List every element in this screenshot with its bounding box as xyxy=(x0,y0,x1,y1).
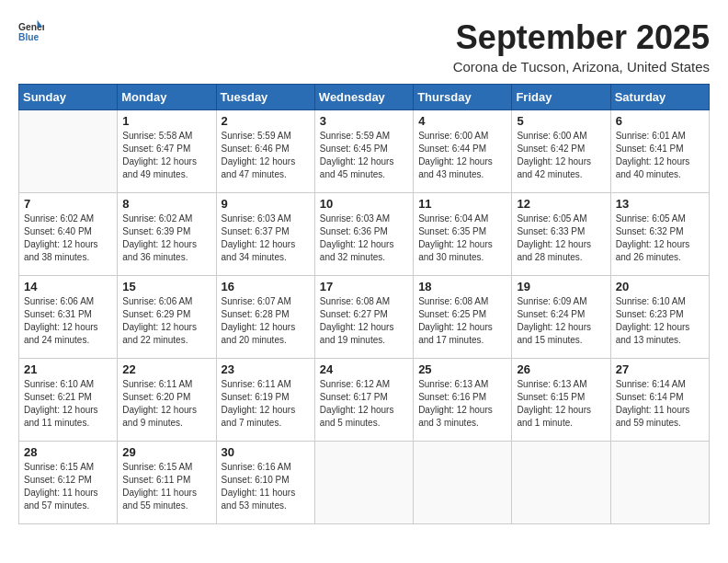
day-number: 10 xyxy=(320,197,408,211)
day-number: 16 xyxy=(222,280,310,293)
calendar-cell: 3Sunrise: 5:59 AM Sunset: 6:45 PM Daylig… xyxy=(314,110,413,193)
cell-info: Sunrise: 6:03 AM Sunset: 6:36 PM Dayligh… xyxy=(320,213,408,264)
cell-info: Sunrise: 6:04 AM Sunset: 6:35 PM Dayligh… xyxy=(418,213,506,264)
day-number: 26 xyxy=(517,362,605,376)
calendar-cell xyxy=(512,442,610,524)
calendar-cell: 11Sunrise: 6:04 AM Sunset: 6:35 PM Dayli… xyxy=(414,193,512,276)
calendar-cell: 2Sunrise: 5:59 AM Sunset: 6:46 PM Daylig… xyxy=(216,110,314,193)
calendar-cell: 15Sunrise: 6:06 AM Sunset: 6:29 PM Dayli… xyxy=(118,276,216,359)
week-row-1: 1Sunrise: 5:58 AM Sunset: 6:47 PM Daylig… xyxy=(19,110,710,193)
location: Corona de Tucson, Arizona, United States xyxy=(453,59,710,75)
day-number: 29 xyxy=(122,445,210,459)
calendar-cell xyxy=(19,110,118,193)
week-row-3: 14Sunrise: 6:06 AM Sunset: 6:31 PM Dayli… xyxy=(19,276,710,359)
calendar-cell: 30Sunrise: 6:16 AM Sunset: 6:10 PM Dayli… xyxy=(216,442,314,524)
day-number: 21 xyxy=(24,362,112,376)
cell-info: Sunrise: 6:08 AM Sunset: 6:25 PM Dayligh… xyxy=(418,295,506,347)
day-number: 23 xyxy=(222,362,310,376)
week-row-2: 7Sunrise: 6:02 AM Sunset: 6:40 PM Daylig… xyxy=(19,193,710,276)
cell-info: Sunrise: 6:01 AM Sunset: 6:41 PM Dayligh… xyxy=(616,130,704,181)
calendar-cell: 23Sunrise: 6:11 AM Sunset: 6:19 PM Dayli… xyxy=(216,359,314,442)
calendar-cell: 21Sunrise: 6:10 AM Sunset: 6:21 PM Dayli… xyxy=(19,359,118,442)
calendar-cell: 14Sunrise: 6:06 AM Sunset: 6:31 PM Dayli… xyxy=(19,276,118,359)
day-number: 30 xyxy=(222,445,310,459)
day-number: 4 xyxy=(418,114,506,128)
cell-info: Sunrise: 5:59 AM Sunset: 6:45 PM Dayligh… xyxy=(320,130,408,181)
cell-info: Sunrise: 6:05 AM Sunset: 6:33 PM Dayligh… xyxy=(517,213,605,264)
calendar-cell: 5Sunrise: 6:00 AM Sunset: 6:42 PM Daylig… xyxy=(512,110,610,193)
cell-info: Sunrise: 6:11 AM Sunset: 6:19 PM Dayligh… xyxy=(222,378,310,430)
cell-info: Sunrise: 6:15 AM Sunset: 6:12 PM Dayligh… xyxy=(24,461,112,512)
calendar-cell: 20Sunrise: 6:10 AM Sunset: 6:23 PM Dayli… xyxy=(610,276,709,359)
cell-info: Sunrise: 6:02 AM Sunset: 6:39 PM Dayligh… xyxy=(122,213,210,264)
calendar-cell: 7Sunrise: 6:02 AM Sunset: 6:40 PM Daylig… xyxy=(19,193,118,276)
week-row-4: 21Sunrise: 6:10 AM Sunset: 6:21 PM Dayli… xyxy=(19,359,710,442)
cell-info: Sunrise: 6:00 AM Sunset: 6:42 PM Dayligh… xyxy=(517,130,605,181)
day-header-friday: Friday xyxy=(512,85,610,110)
day-header-monday: Monday xyxy=(118,85,216,110)
cell-info: Sunrise: 6:11 AM Sunset: 6:20 PM Dayligh… xyxy=(122,378,210,430)
day-number: 25 xyxy=(418,362,506,376)
logo: General Blue xyxy=(18,18,44,44)
calendar-cell: 1Sunrise: 5:58 AM Sunset: 6:47 PM Daylig… xyxy=(118,110,216,193)
month-title: September 2025 xyxy=(453,18,710,57)
week-row-5: 28Sunrise: 6:15 AM Sunset: 6:12 PM Dayli… xyxy=(19,442,710,524)
calendar-cell: 19Sunrise: 6:09 AM Sunset: 6:24 PM Dayli… xyxy=(512,276,610,359)
day-number: 14 xyxy=(24,280,112,293)
calendar-cell xyxy=(314,442,413,524)
day-number: 11 xyxy=(418,197,506,211)
cell-info: Sunrise: 6:06 AM Sunset: 6:31 PM Dayligh… xyxy=(24,295,112,347)
cell-info: Sunrise: 6:13 AM Sunset: 6:15 PM Dayligh… xyxy=(517,378,605,430)
day-number: 20 xyxy=(616,280,704,293)
calendar-cell: 17Sunrise: 6:08 AM Sunset: 6:27 PM Dayli… xyxy=(314,276,413,359)
day-header-thursday: Thursday xyxy=(414,85,512,110)
calendar-cell xyxy=(414,442,512,524)
day-header-sunday: Sunday xyxy=(19,85,118,110)
cell-info: Sunrise: 6:14 AM Sunset: 6:14 PM Dayligh… xyxy=(616,378,704,430)
page-header: General Blue September 2025 Corona de Tu… xyxy=(18,18,710,75)
calendar-cell: 28Sunrise: 6:15 AM Sunset: 6:12 PM Dayli… xyxy=(19,442,118,524)
cell-info: Sunrise: 6:16 AM Sunset: 6:10 PM Dayligh… xyxy=(222,461,310,512)
cell-info: Sunrise: 6:12 AM Sunset: 6:17 PM Dayligh… xyxy=(320,378,408,430)
svg-text:General: General xyxy=(18,22,44,32)
cell-info: Sunrise: 6:05 AM Sunset: 6:32 PM Dayligh… xyxy=(616,213,704,264)
day-number: 12 xyxy=(517,197,605,211)
calendar-cell: 24Sunrise: 6:12 AM Sunset: 6:17 PM Dayli… xyxy=(314,359,413,442)
cell-info: Sunrise: 6:03 AM Sunset: 6:37 PM Dayligh… xyxy=(222,213,310,264)
cell-info: Sunrise: 6:10 AM Sunset: 6:23 PM Dayligh… xyxy=(616,295,704,347)
calendar-cell: 8Sunrise: 6:02 AM Sunset: 6:39 PM Daylig… xyxy=(118,193,216,276)
cell-info: Sunrise: 6:07 AM Sunset: 6:28 PM Dayligh… xyxy=(222,295,310,347)
day-number: 9 xyxy=(222,197,310,211)
cell-info: Sunrise: 6:08 AM Sunset: 6:27 PM Dayligh… xyxy=(320,295,408,347)
day-number: 7 xyxy=(24,197,112,211)
calendar-cell: 4Sunrise: 6:00 AM Sunset: 6:44 PM Daylig… xyxy=(414,110,512,193)
calendar-cell: 6Sunrise: 6:01 AM Sunset: 6:41 PM Daylig… xyxy=(610,110,709,193)
title-block: September 2025 Corona de Tucson, Arizona… xyxy=(453,18,710,75)
day-header-wednesday: Wednesday xyxy=(314,85,413,110)
svg-text:Blue: Blue xyxy=(18,32,40,42)
cell-info: Sunrise: 5:59 AM Sunset: 6:46 PM Dayligh… xyxy=(222,130,310,181)
logo-icon: General Blue xyxy=(18,18,44,44)
calendar-cell: 9Sunrise: 6:03 AM Sunset: 6:37 PM Daylig… xyxy=(216,193,314,276)
cell-info: Sunrise: 6:10 AM Sunset: 6:21 PM Dayligh… xyxy=(24,378,112,430)
day-number: 28 xyxy=(24,445,112,459)
day-number: 15 xyxy=(122,280,210,293)
cell-info: Sunrise: 6:13 AM Sunset: 6:16 PM Dayligh… xyxy=(418,378,506,430)
day-number: 18 xyxy=(418,280,506,293)
calendar-cell: 16Sunrise: 6:07 AM Sunset: 6:28 PM Dayli… xyxy=(216,276,314,359)
cell-info: Sunrise: 5:58 AM Sunset: 6:47 PM Dayligh… xyxy=(122,130,210,181)
day-number: 3 xyxy=(320,114,408,128)
day-number: 19 xyxy=(517,280,605,293)
day-number: 13 xyxy=(616,197,704,211)
day-number: 22 xyxy=(122,362,210,376)
day-header-tuesday: Tuesday xyxy=(216,85,314,110)
calendar-cell: 27Sunrise: 6:14 AM Sunset: 6:14 PM Dayli… xyxy=(610,359,709,442)
calendar-cell: 10Sunrise: 6:03 AM Sunset: 6:36 PM Dayli… xyxy=(314,193,413,276)
calendar-cell: 29Sunrise: 6:15 AM Sunset: 6:11 PM Dayli… xyxy=(118,442,216,524)
calendar-cell: 26Sunrise: 6:13 AM Sunset: 6:15 PM Dayli… xyxy=(512,359,610,442)
day-number: 1 xyxy=(122,114,210,128)
calendar-cell: 25Sunrise: 6:13 AM Sunset: 6:16 PM Dayli… xyxy=(414,359,512,442)
cell-info: Sunrise: 6:00 AM Sunset: 6:44 PM Dayligh… xyxy=(418,130,506,181)
cell-info: Sunrise: 6:15 AM Sunset: 6:11 PM Dayligh… xyxy=(122,461,210,512)
calendar-table: SundayMondayTuesdayWednesdayThursdayFrid… xyxy=(18,84,710,524)
